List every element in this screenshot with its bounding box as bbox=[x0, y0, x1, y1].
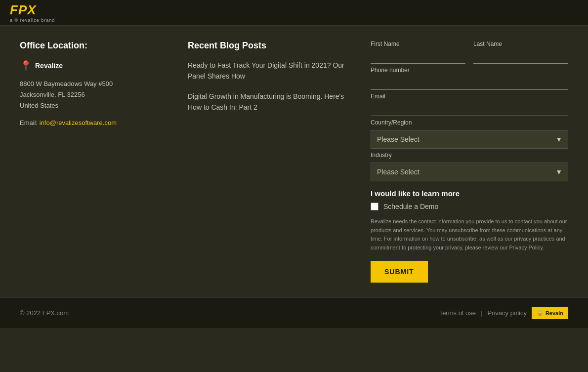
phone-group: Phone number bbox=[371, 67, 568, 90]
email-group: Email bbox=[371, 93, 568, 116]
revain-label: Revain bbox=[546, 310, 563, 316]
first-name-group: First Name bbox=[371, 41, 465, 64]
location-row: 📍 Revalize bbox=[20, 60, 178, 72]
logo-sub: a ® revalize brand bbox=[10, 18, 55, 23]
blog-title: Recent Blog Posts bbox=[188, 41, 356, 51]
address-line-2: Jacksonville, FL 32256 bbox=[20, 89, 178, 100]
last-name-input[interactable] bbox=[473, 49, 568, 64]
email-label: Email: bbox=[20, 119, 38, 126]
industry-label: Industry bbox=[371, 152, 568, 159]
first-name-label: First Name bbox=[371, 41, 465, 47]
name-row: First Name Last Name bbox=[371, 41, 568, 64]
email-field-label: Email bbox=[371, 93, 568, 100]
blog-post-1[interactable]: Ready to Fast Track Your Digital Shift i… bbox=[188, 60, 356, 82]
first-name-input[interactable] bbox=[371, 49, 465, 64]
email-input[interactable] bbox=[371, 102, 568, 116]
company-name: Revalize bbox=[35, 62, 63, 70]
learn-more-title: I would like to learn more bbox=[371, 189, 568, 198]
industry-select[interactable]: Please Select Manufacturing Distribution… bbox=[371, 163, 568, 181]
country-group: Country/Region Please Select United Stat… bbox=[371, 119, 568, 149]
contact-form: First Name Last Name Phone number Email … bbox=[366, 41, 568, 283]
revain-icon: 🔒 bbox=[537, 310, 544, 316]
left-column: Office Location: 📍 Revalize 8800 W Bayme… bbox=[20, 41, 188, 283]
privacy-link[interactable]: Privacy policy bbox=[487, 309, 526, 317]
country-select[interactable]: Please Select United States Canada Unite… bbox=[371, 130, 568, 149]
industry-select-wrapper: Please Select Manufacturing Distribution… bbox=[371, 163, 568, 181]
schedule-demo-row: Schedule a Demo bbox=[371, 203, 568, 210]
email-row: Email: info@revalizesoftware.com bbox=[20, 119, 178, 126]
top-bar: FPX a ® revalize brand bbox=[0, 0, 588, 26]
footer-divider: | bbox=[481, 309, 482, 317]
blog-post-2[interactable]: Digital Growth in Manufacturing is Boomi… bbox=[188, 91, 356, 113]
logo-text: FPX bbox=[10, 2, 55, 18]
address-line-3: United States bbox=[20, 100, 178, 111]
location-pin-icon: 📍 bbox=[20, 60, 32, 72]
schedule-demo-label[interactable]: Schedule a Demo bbox=[383, 203, 438, 210]
address-block: 8800 W Baymeadows Way #500 Jacksonville,… bbox=[20, 79, 178, 111]
country-select-wrapper: Please Select United States Canada Unite… bbox=[371, 130, 568, 149]
office-title: Office Location: bbox=[20, 41, 178, 51]
terms-link[interactable]: Terms of use bbox=[439, 309, 476, 317]
schedule-demo-checkbox[interactable] bbox=[371, 203, 378, 210]
footer: © 2022 FPX.com Terms of use | Privacy po… bbox=[0, 297, 588, 328]
country-label: Country/Region bbox=[371, 119, 568, 126]
last-name-group: Last Name bbox=[473, 41, 568, 64]
phone-label: Phone number bbox=[371, 67, 568, 74]
submit-button[interactable]: SUBMIT bbox=[371, 261, 428, 283]
consent-text: Revalize needs the contact information y… bbox=[371, 217, 568, 252]
last-name-label: Last Name bbox=[473, 41, 568, 47]
footer-copyright: © 2022 FPX.com bbox=[20, 309, 69, 317]
footer-links: Terms of use | Privacy policy 🔒 Revain bbox=[439, 307, 568, 319]
middle-column: Recent Blog Posts Ready to Fast Track Yo… bbox=[188, 41, 366, 283]
address-line-1: 8800 W Baymeadows Way #500 bbox=[20, 79, 178, 89]
phone-input[interactable] bbox=[371, 76, 568, 90]
industry-group: Industry Please Select Manufacturing Dis… bbox=[371, 152, 568, 181]
email-link[interactable]: info@revalizesoftware.com bbox=[40, 119, 117, 126]
main-content: Office Location: 📍 Revalize 8800 W Bayme… bbox=[0, 26, 588, 283]
revain-badge: 🔒 Revain bbox=[532, 307, 568, 319]
logo-container[interactable]: FPX a ® revalize brand bbox=[10, 2, 55, 23]
